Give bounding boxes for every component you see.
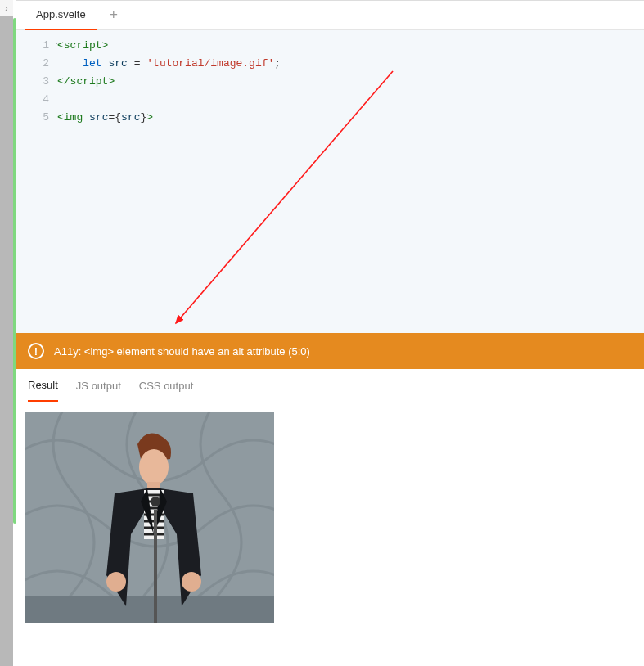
line-number: 2 [16,55,49,73]
result-image [25,412,274,623]
code-line: <script> [57,37,281,55]
line-number: 5 [16,109,49,127]
code-line: let src = 'tutorial/image.gif'; [57,55,281,73]
plus-icon: + [109,7,118,24]
code-content[interactable]: <script> let src = 'tutorial/image.gif';… [57,30,281,333]
file-tabs-row: App.svelte + [16,1,644,30]
left-gutter [0,0,13,666]
file-tab-app-svelte[interactable]: App.svelte [25,1,97,30]
code-line: <img src={src}> [57,109,281,127]
add-tab-button[interactable]: + [102,4,125,27]
output-tabs-row: Result JS output CSS output [16,369,644,403]
panel-collapse-toggle[interactable]: › [0,0,13,16]
result-pane [16,403,644,666]
fold-caret-icon[interactable]: ˅ [55,38,59,56]
file-tab-label: App.svelte [36,8,86,20]
svg-point-14 [106,572,126,592]
chevron-right-icon: › [5,4,7,13]
warning-bar[interactable]: ! A11y: <img> element should have an alt… [16,333,644,369]
warning-icon: ! [28,343,44,359]
svg-point-17 [151,497,160,506]
svg-point-15 [182,572,201,592]
line-number-gutter: 1˅ 2 3 4 5 [16,30,57,333]
svg-point-4 [139,449,169,485]
warning-text: A11y: <img> element should have an alt a… [54,345,310,358]
line-number: 3 [16,73,49,91]
line-number: 4 [16,91,49,109]
line-number: 1˅ [16,37,49,55]
svg-rect-3 [25,596,274,623]
tab-js-output[interactable]: JS output [76,371,121,401]
code-line: </script> [57,73,281,91]
code-editor[interactable]: 1˅ 2 3 4 5 <script> let src = 'tutorial/… [16,30,644,333]
tab-result[interactable]: Result [28,370,58,402]
main-panel: App.svelte + 1˅ 2 3 4 5 <script> let src… [16,0,644,666]
tab-css-output[interactable]: CSS output [139,371,194,401]
code-line [57,91,281,109]
